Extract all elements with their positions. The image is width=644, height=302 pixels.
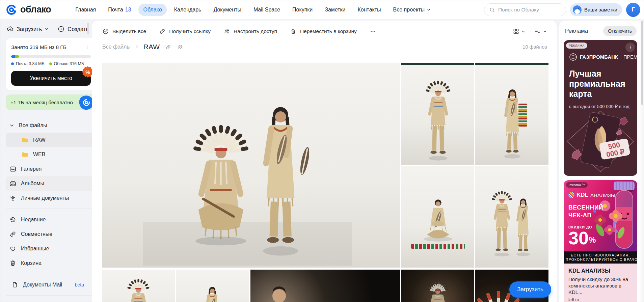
photo-thumbnail[interactable] bbox=[401, 166, 474, 268]
sidebar-item-partial[interactable] bbox=[6, 299, 96, 302]
sort-icon bbox=[534, 28, 541, 35]
upload-button[interactable]: Загрузить bbox=[6, 25, 49, 33]
sidebar-item-label: Совместные bbox=[21, 231, 52, 237]
sidebar-item-gallery[interactable]: Галерея bbox=[6, 162, 96, 176]
cloud-mail-app: { "topbar": { "logo": "облако", "tabs": … bbox=[0, 0, 644, 302]
search-icon bbox=[489, 7, 495, 13]
breadcrumb: Все файлы RAW 10 файлов bbox=[92, 35, 557, 51]
sidebar-item-label: Недавние bbox=[21, 217, 46, 223]
cloud-logo[interactable]: облако bbox=[6, 4, 51, 16]
sidebar: Загрузить Создать Занято 319 МБ из 8 ГБ … bbox=[0, 19, 102, 302]
configure-access-button[interactable]: Настроить доступ bbox=[223, 28, 277, 35]
divider bbox=[6, 274, 96, 274]
sidebar-scrollbar-thumb[interactable] bbox=[87, 23, 89, 34]
storage-title: Занято 319 МБ из 8 ГБ bbox=[11, 44, 66, 50]
photo-thumbnail[interactable] bbox=[475, 63, 548, 165]
tab-kontakty[interactable]: Контакты bbox=[353, 4, 385, 16]
tab-kalendar[interactable]: Календарь bbox=[169, 4, 206, 16]
folder-icon bbox=[21, 136, 29, 144]
sidebar-item-documents-mail[interactable]: Документы Mail beta bbox=[6, 277, 96, 292]
sidebar-item-folder-raw[interactable]: RAW bbox=[6, 133, 96, 147]
sidebar-item-favorites[interactable]: Избранные bbox=[6, 241, 96, 256]
search-input[interactable] bbox=[498, 7, 561, 13]
tab-oblako[interactable]: Облако bbox=[138, 4, 166, 16]
view-mode-control[interactable] bbox=[513, 28, 526, 35]
sidebar-item-personal-documents[interactable]: Личные документы bbox=[6, 191, 96, 205]
folder-access-icon[interactable] bbox=[177, 44, 183, 50]
photo-thumbnail[interactable] bbox=[176, 270, 249, 302]
discount-block: СКИДКИ ДО 30% bbox=[568, 225, 596, 247]
topbar-right: Ваши заметки Г bbox=[484, 3, 640, 17]
gallery-icon bbox=[9, 165, 17, 173]
search-box[interactable] bbox=[484, 3, 566, 16]
photo-thumbnail[interactable] bbox=[250, 270, 400, 302]
albums-icon bbox=[9, 180, 17, 187]
sidebar-item-label: WEB bbox=[33, 152, 45, 158]
ad-menu-kebab-icon[interactable] bbox=[625, 43, 635, 52]
ellipsis-icon bbox=[370, 28, 376, 35]
create-button[interactable]: Создать bbox=[57, 25, 96, 33]
ad-kdl[interactable]: Реклама0+ KDL АНАЛИЗЫ ВЕСЕННИЙ ЧЕК-АП СК… bbox=[564, 180, 637, 302]
your-notes-button[interactable]: Ваши заметки bbox=[570, 3, 622, 16]
progress-mail-segment bbox=[11, 55, 16, 58]
kdl-ad-image: Реклама0+ KDL АНАЛИЗЫ ВЕСЕННИЙ ЧЕК-АП СК… bbox=[564, 180, 637, 251]
cloud-dot-icon bbox=[49, 62, 52, 65]
tab-mail-space[interactable]: Mail Space bbox=[249, 4, 285, 16]
ad-label-badge: Реклама0+ bbox=[566, 182, 588, 188]
window-scrollbar-thumb[interactable] bbox=[641, 21, 643, 105]
promo-banner-1tb[interactable]: +1 ТБ на месяц бесплатно bbox=[6, 94, 96, 110]
folder-link-icon[interactable] bbox=[165, 44, 171, 50]
breadcrumb-all-files[interactable]: Все файлы bbox=[102, 44, 131, 50]
divider bbox=[6, 209, 96, 209]
chevron-down-icon bbox=[543, 29, 547, 34]
sidebar-item-trash[interactable]: Корзина bbox=[6, 256, 96, 270]
photo-thumbnail[interactable] bbox=[475, 166, 548, 268]
gazprombank-brand-row: ГАЗПРОМБАНК ПРЕМИУМ bbox=[569, 53, 632, 61]
upload-fab-button[interactable]: Загрузить bbox=[509, 281, 551, 298]
storage-menu-kebab-icon[interactable] bbox=[83, 44, 91, 51]
tab-vse-proekty[interactable]: Все проекты bbox=[388, 4, 435, 16]
tab-zametki[interactable]: Заметки bbox=[320, 4, 350, 16]
sidebar-item-recent[interactable]: Недавние bbox=[6, 212, 96, 227]
sidebar-item-albums[interactable]: Альбомы bbox=[6, 176, 96, 191]
more-actions-button[interactable] bbox=[370, 28, 376, 35]
storage-legend: Почта 3.84 МБ Облако 316 МБ bbox=[11, 61, 91, 66]
tab-glavnaya[interactable]: Главная bbox=[71, 4, 101, 16]
trash-icon bbox=[290, 28, 297, 35]
top-nav-tabs: Главная Почта13 Облако Календарь Докумен… bbox=[71, 4, 435, 16]
cloud-upload-icon bbox=[6, 25, 14, 33]
tab-dokumenty[interactable]: Документы bbox=[209, 4, 246, 16]
folder-icon bbox=[21, 151, 29, 158]
chevron-down-icon bbox=[45, 27, 49, 31]
select-all-button[interactable]: Выделить все bbox=[102, 28, 146, 35]
photo-thumbnail[interactable] bbox=[401, 63, 474, 165]
sidebar-item-label: Галерея bbox=[21, 166, 42, 172]
sidebar-item-label: Избранные bbox=[21, 246, 49, 252]
photo-hero[interactable] bbox=[102, 63, 400, 268]
ad-subline: с выгодой от 500 000 ₽ в год bbox=[569, 104, 632, 109]
ad-gazprombank[interactable]: РЕКЛАМА ГАЗПРОМБАНК ПРЕМИУМ Лучшая преми… bbox=[564, 40, 637, 176]
photo-thumbnail[interactable] bbox=[102, 270, 175, 302]
gazprombank-logo-icon bbox=[569, 53, 577, 61]
photo-thumbnail[interactable] bbox=[401, 270, 474, 302]
sidebar-item-label: RAW bbox=[33, 137, 46, 143]
discount-percent-badge: % bbox=[82, 66, 93, 78]
increase-storage-button[interactable]: Увеличить место % bbox=[11, 71, 91, 86]
disable-ads-button[interactable]: Отключить bbox=[603, 26, 637, 36]
sidebar-item-folder-web[interactable]: WEB bbox=[6, 147, 96, 162]
sidebar-item-all-files[interactable]: Все файлы bbox=[6, 118, 96, 133]
tab-pochta[interactable]: Почта13 bbox=[103, 4, 136, 16]
window-scrollbar[interactable] bbox=[641, 19, 644, 302]
tab-pokupki[interactable]: Покупки bbox=[288, 4, 317, 16]
sidebar-item-shared[interactable]: Совместные bbox=[6, 227, 96, 241]
kdl-logo-icon bbox=[568, 192, 574, 198]
chevron-down-icon bbox=[9, 123, 15, 128]
storage-widget: Занято 319 МБ из 8 ГБ Почта 3.84 МБ Обла… bbox=[6, 38, 96, 90]
sidebar-item-label: Все файлы bbox=[19, 122, 47, 129]
avatar[interactable]: Г bbox=[626, 3, 640, 17]
get-link-button[interactable]: Получить ссылку bbox=[159, 28, 211, 35]
sort-control[interactable] bbox=[534, 28, 547, 35]
files-toolbar: Выделить все Получить ссылку Настроить д… bbox=[92, 21, 557, 35]
sidebar-item-label: Корзина bbox=[21, 260, 42, 266]
move-to-trash-button[interactable]: Переместить в корзину bbox=[290, 28, 357, 35]
